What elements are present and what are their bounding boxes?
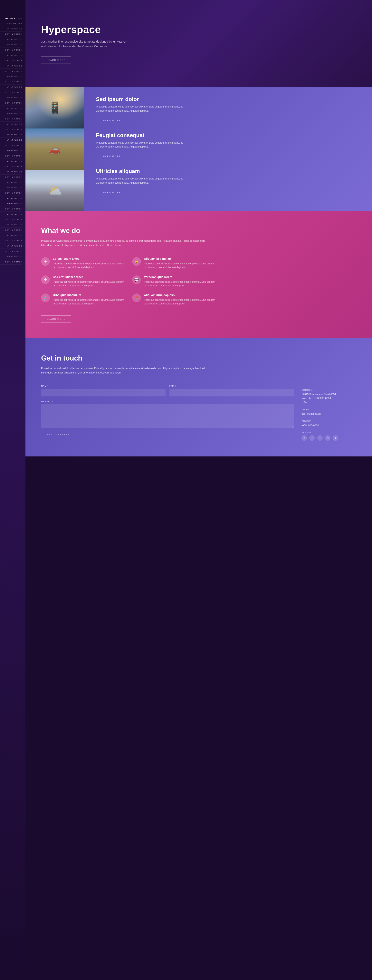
sidebar-item-w13[interactable]: WHAT WE DO	[0, 137, 22, 143]
sidebar-item-t9[interactable]: GET IN TOUCH	[0, 127, 22, 132]
send-message-btn[interactable]: SEND MESSAGE	[41, 431, 75, 438]
sidebar-item-w3[interactable]: WHAT WE DO	[0, 42, 22, 48]
sidebar-item-w8[interactable]: WHAT WE DO	[0, 95, 22, 100]
sidebar-item-w18[interactable]: WHAT WE DO	[0, 185, 22, 191]
sidebar-item-t18[interactable]: GET IN TOUCH	[0, 238, 22, 243]
phone-image	[25, 87, 84, 129]
sidebar-item-w19[interactable]: WHAT WE DO	[0, 196, 22, 201]
sidebar-item-who[interactable]: WHO WE ARE	[0, 21, 22, 26]
contact-intro: Phasellus convallis elit id ullamcorper …	[41, 366, 217, 375]
whatwedo-item-3: 💬 Veroeros quis lorem Phasellus convalli…	[132, 275, 217, 288]
whatwedo-learn-more-btn[interactable]: LEARN MORE	[41, 315, 71, 323]
email-group: Email	[169, 385, 294, 396]
instagram-icon[interactable]: □	[325, 435, 331, 441]
whatwedo-item-text-5: Phasellus convallis elit id ullamcorper …	[144, 298, 217, 305]
whatwedo-item-4: 🔗 Urna quis bibendum Phasellus convallis…	[41, 293, 127, 305]
link-icon: 🔗	[41, 293, 50, 302]
sidebar-item-w22[interactable]: WHAT WE DO	[0, 222, 22, 228]
sidebar-item-w7[interactable]: WHAT WE DO	[0, 84, 22, 90]
sidebar-item-t5[interactable]: GET IN TOUCH	[0, 79, 22, 84]
sidebar-item-w11[interactable]: WHAT WE DO	[0, 122, 22, 127]
sidebar-item-t11[interactable]: GET IN TOUCH	[0, 153, 22, 159]
whatwedo-item-text-0: Phasellus convallis elit id ullamcorper …	[53, 262, 127, 269]
message-label: Message	[41, 400, 294, 403]
github-icon[interactable]: ◯	[317, 435, 323, 441]
hero-learn-more-btn[interactable]: LEARN MORE	[41, 56, 71, 64]
sidebar-item-t3[interactable]: GET IN TOUCH	[0, 58, 22, 64]
hero-section: Hyperspace Just another fine responsive …	[25, 0, 372, 87]
address-value: 12345 Somewhere Road #654Nashville, TN 0…	[301, 392, 356, 404]
sidebar-item-t6[interactable]: GET IN TOUCH	[0, 90, 22, 95]
whatwedo-item-title-5: Aliquam urna dapibus	[144, 293, 217, 297]
sidebar-item-w17[interactable]: WHAT WE DO	[0, 180, 22, 185]
email-input[interactable]	[169, 389, 294, 396]
twitter-icon[interactable]: 𝕏	[301, 435, 307, 441]
sidebar-item-w14[interactable]: WHAT WE DO	[0, 148, 22, 153]
whatwedo-item-title-4: Urna quis bibendum	[53, 293, 127, 297]
sidebar-item-w16[interactable]: WHAT WE DO	[0, 169, 22, 175]
name-input[interactable]	[41, 389, 166, 396]
whatwedo-item-2: ⚙ Sed erat ullam corper Phasellus conval…	[41, 275, 127, 288]
sidebar-item-t10[interactable]: GET IN TOUCH	[0, 143, 22, 148]
sidebar-item-w21[interactable]: WHAT WE DO	[0, 212, 22, 217]
feature-btn-2[interactable]: LEARN MORE	[96, 189, 126, 196]
sidebar-item-w23[interactable]: WHAT WE DO	[0, 233, 22, 238]
main-content: Hyperspace Just another fine responsive …	[25, 0, 372, 980]
whatwedo-intro: Phasellus convallis elit id ullamcorper …	[41, 239, 217, 247]
feature-btn-0[interactable]: LEARN MORE	[96, 117, 126, 124]
contact-title: Get in touch	[41, 354, 356, 362]
whatwedo-section: What we do Phasellus convallis elit id u…	[25, 211, 372, 338]
contact-info: Address 12345 Somewhere Road #654Nashvil…	[301, 385, 356, 441]
email-info-value: user@untitled.tld	[301, 412, 356, 416]
email-info-label: Email	[301, 409, 356, 411]
sidebar-item-w6[interactable]: WHAT WE DO	[0, 74, 22, 79]
linkedin-icon[interactable]: in	[333, 435, 338, 441]
address-label: Address	[301, 389, 356, 391]
sidebar-item-t17[interactable]: GET IN TOUCH	[0, 228, 22, 233]
hero-title: Hyperspace	[41, 24, 356, 35]
sidebar-item-w2[interactable]: WHAT WE DO	[0, 37, 22, 42]
whatwedo-item-text-4: Phasellus convallis elit id ullamcorper …	[53, 298, 127, 305]
sidebar-item-welcome[interactable]: WELCOME	[0, 16, 22, 21]
sidebar-item-t12[interactable]: GET IN TOUCH	[0, 164, 22, 169]
sidebar-item-t7[interactable]: GET IN TOUCH	[0, 100, 22, 106]
feature-text-2: Phasellus convallis elit id ullamcorper …	[96, 177, 190, 185]
sidebar-item-t19[interactable]: GET IN TOUCH	[0, 249, 22, 254]
sidebar-item-t14[interactable]: GET IN TOUCH	[0, 191, 22, 196]
sidebar-item-w15[interactable]: WHAT WE DO	[0, 159, 22, 164]
sidebar-item-t8[interactable]: GET IN TOUCH	[0, 116, 22, 122]
whatwedo-item-1: 🔒 Aliquam sed nullam Phasellus convallis…	[132, 257, 217, 269]
whatwedo-item-text-1: Phasellus convallis elit id ullamcorper …	[144, 262, 217, 269]
sidebar-item-t15[interactable]: GET IN TOUCH	[0, 206, 22, 212]
sidebar-item-w9[interactable]: WHAT WE DO	[0, 106, 22, 111]
sidebar-item-t13[interactable]: GET IN TOUCH	[0, 175, 22, 180]
whatwedo-grid: ◈ Lorem ipsum amet Phasellus convallis e…	[41, 257, 217, 305]
sidebar-item-w24[interactable]: WHAT WE DO	[0, 243, 22, 249]
sidebar-item-t2[interactable]: GET IN TOUCH	[0, 48, 22, 53]
message-textarea[interactable]	[41, 404, 294, 428]
sidebar-item-w5[interactable]: WHAT WE DO	[0, 64, 22, 68]
phone-value: (000) 000-0000	[301, 423, 356, 428]
feature-text-1: Phasellus convallis elit id ullamcorper …	[96, 141, 190, 149]
hero-subtitle: Just another fine responsive site templa…	[41, 39, 139, 49]
feature-item-2: Ultricies aliquam Phasellus convallis el…	[96, 168, 360, 196]
sidebar-item-w25[interactable]: WHAT WE DO	[0, 254, 22, 259]
facebook-icon[interactable]: f	[309, 435, 315, 441]
phone-label: Phone	[301, 420, 356, 422]
sidebar-item-whatwedo1[interactable]: WHAT WE DO	[0, 26, 22, 32]
sidebar-item-w4[interactable]: WHAT WE DO	[0, 53, 22, 58]
feature-btn-1[interactable]: LEARN MORE	[96, 153, 126, 160]
lock-icon: 🔒	[132, 257, 141, 266]
location-icon: 📍	[132, 293, 141, 302]
sidebar-item-t20[interactable]: GET IN TOUCH	[0, 259, 22, 265]
sidebar-item-w12[interactable]: WHAT WE DO	[0, 132, 22, 137]
sidebar-item-w20[interactable]: WHAT WE DO	[0, 201, 22, 206]
feature-title-0: Sed ipsum dolor	[96, 96, 360, 102]
sidebar-item-touch1[interactable]: GET IN TOUCH	[0, 32, 22, 37]
whatwedo-item-title-3: Veroeros quis lorem	[144, 275, 217, 278]
sidebar-item-t4[interactable]: GET IN TOUCH	[0, 68, 22, 74]
chat-icon: 💬	[132, 275, 141, 284]
sidebar-item-w10[interactable]: WHAT WE DO	[0, 111, 22, 116]
sidebar-item-t16[interactable]: GET IN TOUCH	[0, 217, 22, 222]
feature-title-2: Ultricies aliquam	[96, 168, 360, 174]
